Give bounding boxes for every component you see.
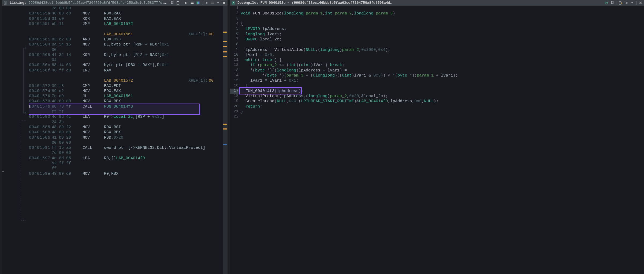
asm-line[interactable]: 00 xyxy=(29,47,223,52)
code-line[interactable]: } xyxy=(241,83,644,88)
assembly-column[interactable]: 7d 00 000040155a48 89 c3MOVRBX,RAX004015… xyxy=(29,6,223,274)
line-number: 12 xyxy=(230,63,239,68)
line-number: 16 xyxy=(230,83,239,88)
decompile-header: C Decompile: FUN_0040152e - (99986d438ec… xyxy=(230,0,644,6)
asm-line[interactable]: ff xyxy=(29,166,223,171)
asm-line[interactable] xyxy=(29,26,223,32)
overview-mark[interactable] xyxy=(223,46,227,47)
asm-line[interactable]: 0040157be8 73 ffCALLFUN_004014f3 xyxy=(29,104,223,109)
close-icon[interactable] xyxy=(638,1,643,5)
code-line[interactable]: { xyxy=(241,21,644,26)
asm-line[interactable]: 0040157848 89 d9MOVRCX,RBX xyxy=(29,99,223,104)
cursor-icon[interactable] xyxy=(184,1,189,5)
export-icon[interactable] xyxy=(618,1,623,5)
listing-toolbar xyxy=(170,1,226,5)
fields-icon[interactable] xyxy=(190,1,195,5)
line-number: 4 xyxy=(230,21,239,26)
asm-line[interactable]: 0040157239 f8CMPEAX,EDI xyxy=(29,83,223,88)
c-file-icon: C xyxy=(231,1,236,5)
line-number: 14 xyxy=(230,73,239,78)
asm-line[interactable]: 0040158b41 b8 20MOVR8D,0x20 xyxy=(29,135,223,140)
code-line[interactable]: *(byte *)((longlong)lpAddress + lVar1) = xyxy=(241,68,644,73)
code-line[interactable]: return; xyxy=(241,104,644,109)
refresh-icon[interactable] xyxy=(604,1,609,5)
asm-line[interactable]: 0040158848 89 d9MOVRCX,RBX xyxy=(29,130,223,135)
asm-line[interactable]: LAB_00401561XREF[1]:00 xyxy=(29,32,223,37)
asm-line[interactable]: 04 xyxy=(29,58,223,63)
code-line[interactable]: lpAddress = VirtualAlloc(NULL,(longlong)… xyxy=(241,47,644,52)
code-line[interactable]: } xyxy=(241,109,644,114)
diff-icon[interactable] xyxy=(196,1,200,5)
overview-mark[interactable] xyxy=(223,144,227,145)
code-line[interactable] xyxy=(241,6,644,11)
panel-divider[interactable] xyxy=(228,0,230,274)
line-number: 10 xyxy=(230,52,239,58)
line-number: 2 xyxy=(230,11,239,16)
snapshot-icon[interactable] xyxy=(204,1,209,5)
code-line[interactable]: *(byte *)(param_3 + (ulonglong)((uint)lV… xyxy=(241,73,644,78)
copy-icon[interactable] xyxy=(610,1,615,5)
line-number: 21 xyxy=(230,109,239,114)
overview-mark[interactable] xyxy=(223,124,227,125)
asm-line[interactable]: 00401591ff 15 a5CALLqword ptr [->KERNEL3… xyxy=(29,145,223,150)
asm-line[interactable]: 004015804c 8d 4cLEAR9=>local_2c,[RSP + 0… xyxy=(29,114,223,119)
asm-line[interactable]: 0040156841 32 14XORDL,byte ptr [R12 + RA… xyxy=(29,52,223,58)
decompiled-code[interactable]: void FUN_0040152e(longlong param_1,int p… xyxy=(241,6,644,274)
code-line[interactable]: FUN_004014f3(lpAddress); xyxy=(241,89,644,94)
menu-icon[interactable] xyxy=(210,1,215,5)
overview-mark[interactable] xyxy=(223,56,227,57)
decompile-title: Decompile: FUN_0040152e - (99986d438ec14… xyxy=(237,1,602,5)
overview-mark[interactable] xyxy=(223,32,227,33)
code-line[interactable] xyxy=(241,114,644,119)
asm-line[interactable]: 0040159e49 89 d9MOVR9,RBX xyxy=(29,171,223,176)
asm-line[interactable]: 0040155feb 11JMPLAB_00401572 xyxy=(29,21,223,26)
overview-mark[interactable] xyxy=(223,128,227,130)
asm-line[interactable]: 7d 00 00 xyxy=(29,150,223,155)
asm-line[interactable]: 0040156c88 14 03MOVbyte ptr [RBX + RAX*]… xyxy=(29,63,223,68)
asm-line[interactable]: 004015974c 8d 05LEAR8,[]LAB_004014f0 xyxy=(29,156,223,161)
code-line[interactable]: if (param_2 <= (int)(uint)lVar1) break; xyxy=(241,63,644,68)
code-line[interactable]: DWORD local_2c; xyxy=(241,37,644,42)
asm-line[interactable]: 24 3c xyxy=(29,120,223,125)
close-icon[interactable] xyxy=(222,1,226,5)
asm-line[interactable]: 0040158548 89 f2MOVRDX,RSI xyxy=(29,125,223,130)
asm-line[interactable]: 00 00 00 xyxy=(29,140,223,145)
asm-line[interactable]: 0040155d31 c0XOREAX,EAX xyxy=(29,16,223,21)
code-line[interactable]: while( true ) { xyxy=(241,58,644,63)
asm-line[interactable]: 0040157489 c2MOVEDX,EAX xyxy=(29,89,223,94)
code-line[interactable]: lVar1 = 0x0; xyxy=(241,52,644,58)
asm-line[interactable]: 004015767c e9JLLAB_00401561 xyxy=(29,94,223,99)
paste-icon[interactable] xyxy=(176,1,180,5)
copy-icon[interactable] xyxy=(170,1,174,5)
asm-line[interactable]: 52 ff ff xyxy=(29,161,223,166)
code-line[interactable]: lVar1 = lVar1 + 0x1; xyxy=(241,78,644,83)
code-line[interactable]: VirtualProtect(lpAddress,(longlong)param… xyxy=(241,94,644,99)
asm-line[interactable] xyxy=(29,73,223,78)
code-line[interactable]: void FUN_0040152e(longlong param_1,int p… xyxy=(241,11,644,16)
svg-rect-4 xyxy=(177,1,178,2)
overview-mark[interactable] xyxy=(223,41,227,42)
code-line[interactable] xyxy=(241,16,644,21)
dropdown-icon[interactable] xyxy=(216,1,221,5)
code-line[interactable]: LPVOID lpAddress; xyxy=(241,26,644,32)
line-number: 18 xyxy=(230,94,239,99)
asm-line[interactable]: ff ff xyxy=(29,109,223,114)
asm-line[interactable]: 7d 00 00 xyxy=(29,6,223,11)
code-line[interactable]: longlong lVar1; xyxy=(241,32,644,37)
overview-mark[interactable] xyxy=(223,51,227,52)
asm-line[interactable]: 004015648a 54 15MOVDL,byte ptr [RBP + RD… xyxy=(29,42,223,47)
asm-line[interactable]: 0040155a48 89 c3MOVRBX,RAX xyxy=(29,11,223,16)
code-line[interactable]: CreateThread(NULL,0x0,(LPTHREAD_START_RO… xyxy=(241,99,644,104)
line-number: 20 xyxy=(230,104,239,109)
overview-strip[interactable] xyxy=(223,6,228,274)
decompile-toolbar xyxy=(604,1,643,5)
code-line[interactable] xyxy=(241,42,644,47)
line-number: 17 xyxy=(230,89,239,94)
dropdown-icon[interactable] xyxy=(630,1,635,5)
resize-handle-icon[interactable]: ⇔ xyxy=(2,169,4,174)
asm-line[interactable]: 0040156183 e2 03ANDEDX,0x3 xyxy=(29,37,223,42)
snapshot-icon[interactable] xyxy=(624,1,629,5)
asm-line[interactable]: LAB_00401572XREF[1]:00 xyxy=(29,78,223,83)
asm-line[interactable]: 0040156f48 ff c0INCRAX xyxy=(29,68,223,73)
svg-rect-18 xyxy=(619,1,621,4)
